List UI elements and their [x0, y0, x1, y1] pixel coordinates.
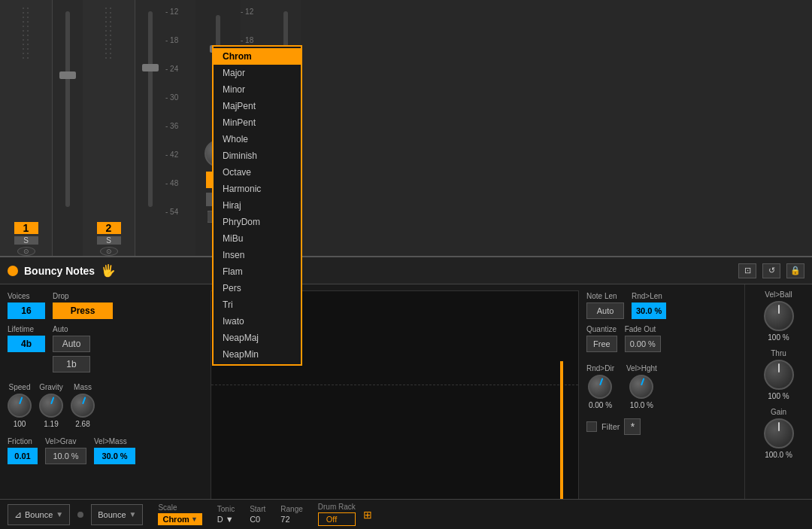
mass-value: 2.68 — [75, 420, 89, 428]
vel-ball-value: 100 % — [768, 333, 789, 342]
range-value-row[interactable]: 72 — [280, 515, 302, 524]
auto-label: Auto — [53, 325, 90, 333]
dropdown-item-neapmin[interactable]: NeapMin — [214, 346, 301, 363]
auto-display[interactable]: Auto — [53, 336, 90, 352]
dropdown-item-whole[interactable]: Whole — [214, 131, 301, 147]
drop-group: Drop Press — [53, 292, 113, 319]
start-value-row[interactable]: C0 — [250, 515, 265, 524]
vel-mass-display[interactable]: 30.0 % — [94, 448, 135, 464]
tonic-value-row[interactable]: D ▼ — [217, 515, 235, 524]
voices-label: Voices — [8, 292, 45, 300]
thru-group: Thru 100 % — [751, 349, 806, 400]
vel-mass-group: Vel>Mass 30.0 % — [94, 437, 135, 464]
scale-selector[interactable]: Scale Chrom ▼ — [158, 503, 201, 525]
track-1-solo[interactable]: S — [14, 236, 38, 245]
note-len-display[interactable]: Auto — [586, 303, 624, 319]
thru-knob[interactable] — [764, 360, 794, 390]
gravity-knob[interactable] — [39, 394, 63, 418]
plugin-area: Bouncy Notes 🖐 ⊡ ↺ 🔒 Voices 16 Drop Pres… — [0, 256, 812, 529]
bounce2-arrow-icon: ▼ — [129, 510, 137, 518]
vel-hght-knob[interactable] — [629, 375, 653, 399]
dropdown-item-minpent[interactable]: MinPent — [214, 114, 301, 131]
dropdown-item-majpent[interactable]: MajPent — [214, 98, 301, 114]
mass-knob[interactable] — [71, 394, 95, 418]
asterisk-button[interactable]: * — [624, 418, 641, 435]
bounce-button-1[interactable]: ⊿ Bounce ▼ — [8, 504, 70, 525]
speed-value: 100 — [14, 420, 26, 428]
start-value: C0 — [250, 515, 260, 524]
dropdown-item-diminish[interactable]: Diminish — [214, 147, 301, 164]
drum-rack-value[interactable]: Off — [318, 512, 356, 526]
scale-mark: - 42 — [165, 149, 178, 178]
scale-arrow-icon: ▼ — [191, 515, 198, 523]
lifetime-label: Lifetime — [8, 325, 45, 333]
lifetime-row: Lifetime 4b Auto Auto 1b — [8, 325, 203, 372]
bounce1-icon: ⊿ — [14, 509, 22, 520]
header-save-icon[interactable]: ⊡ — [738, 263, 756, 278]
vel-ball-knob[interactable] — [764, 301, 794, 331]
scale-mark: - 48 — [165, 178, 178, 206]
dropdown-item-chrom[interactable]: Chrom — [214, 48, 301, 65]
gain-knob[interactable] — [764, 418, 794, 448]
mass-label: Mass — [74, 383, 92, 391]
dropdown-item-minor[interactable]: Minor — [214, 81, 301, 98]
dropdown-item-mibu[interactable]: MiBu — [214, 230, 301, 247]
header-lock-icon[interactable]: 🔒 — [786, 263, 804, 278]
dropdown-item-harmonic[interactable]: Harmonic — [214, 181, 301, 197]
speed-label: Speed — [9, 383, 31, 391]
quantize-display[interactable]: Free — [586, 336, 617, 352]
lifetime-group: Lifetime 4b — [8, 325, 45, 352]
dropdown-item-major[interactable]: Major — [214, 65, 301, 81]
voices-group: Voices 16 — [8, 292, 45, 319]
friction-display[interactable]: 0.01 — [8, 448, 38, 464]
vel-grav-label: Vel>Grav — [45, 437, 86, 445]
rnd-dir-knob[interactable] — [588, 375, 612, 399]
auto-b-display[interactable]: 1b — [53, 356, 90, 372]
mid-controls: Note Len Auto Rnd>Len 30.0 % Quantize Fr… — [579, 284, 744, 529]
track-2-solo[interactable]: S — [97, 236, 121, 245]
note-len-label: Note Len — [586, 292, 624, 300]
vel-hght-group: Vel>Hght 10.0 % — [626, 364, 657, 409]
scale-mark: - 18 — [165, 35, 178, 63]
fade-out-display[interactable]: 0.00 % — [625, 336, 661, 352]
header-refresh-icon[interactable]: ↺ — [762, 263, 780, 278]
bounce-button-2[interactable]: Bounce ▼ — [91, 504, 143, 525]
vel-grav-display[interactable]: 10.0 % — [45, 448, 86, 464]
plugin-active-dot[interactable] — [8, 266, 18, 276]
dropdown-item-octave[interactable]: Octave — [214, 164, 301, 181]
filter-row: Filter * — [586, 418, 737, 435]
vel-mass-label: Vel>Mass — [94, 437, 135, 445]
drop-display[interactable]: Press — [53, 303, 113, 319]
vel-ball-label: Vel>Ball — [765, 290, 792, 299]
dropdown-item-pers[interactable]: Pers — [214, 280, 301, 296]
track-1-icon: ⊙ — [17, 247, 35, 256]
scale-mark: - 24 — [165, 63, 178, 92]
dropdown-item-hiraj[interactable]: Hiraj — [214, 197, 301, 214]
voices-display[interactable]: 16 — [8, 303, 45, 319]
dropdown-item-phrydom[interactable]: PhryDom — [214, 214, 301, 230]
lifetime-display[interactable]: 4b — [8, 336, 45, 352]
grid-icon[interactable]: ⊞ — [363, 509, 372, 521]
scale-value-row[interactable]: Chrom ▼ — [158, 513, 201, 525]
dropdown-item-insen[interactable]: Insen — [214, 247, 301, 263]
rnd-len-display[interactable]: 30.0 % — [632, 303, 666, 319]
right-vel-controls: Vel>Ball 100 % Thru 100 % Gain 100.0 % — [744, 284, 812, 529]
track-1-number: 1 — [14, 222, 38, 234]
gain-label: Gain — [771, 408, 786, 416]
scale-mark: - 30 — [165, 92, 178, 120]
gain-value: 100.0 % — [765, 451, 792, 459]
gain-group: Gain 100.0 % — [751, 408, 806, 459]
filter-checkbox[interactable] — [586, 421, 597, 432]
tonic-value: D — [217, 515, 223, 524]
dropdown-item-tri[interactable]: Tri — [214, 296, 301, 313]
thru-value: 100 % — [768, 392, 789, 400]
dropdown-item-neapmaj[interactable]: NeapMaj — [214, 330, 301, 346]
scale-mark: - 12 — [165, 6, 178, 35]
start-label: Start — [250, 505, 265, 513]
quantize-label: Quantize — [586, 325, 617, 333]
scale-label: Scale — [158, 503, 201, 512]
speed-knob[interactable] — [8, 394, 32, 418]
rnd-dir-label: Rnd>Dir — [586, 364, 614, 372]
dropdown-item-iwato[interactable]: Iwato — [214, 313, 301, 330]
dropdown-item-flam[interactable]: Flam — [214, 263, 301, 280]
